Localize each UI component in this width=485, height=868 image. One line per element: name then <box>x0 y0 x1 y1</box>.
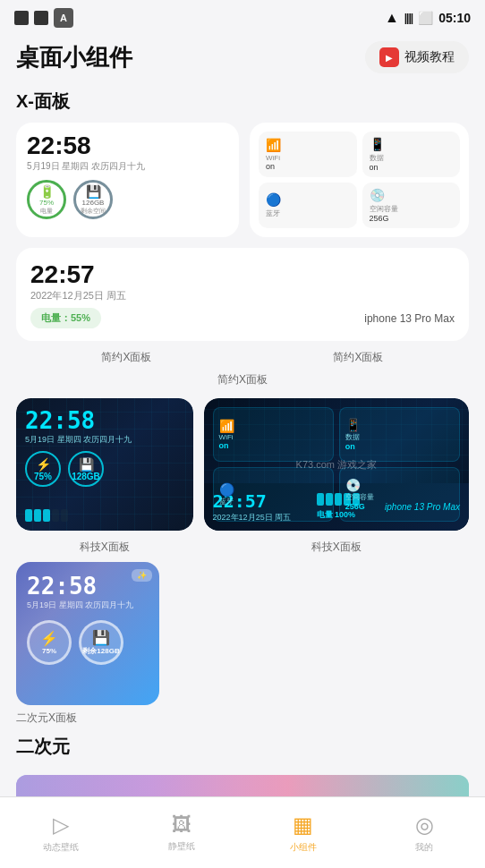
tech-device-label: iphone 13 Pro Max <box>385 502 460 512</box>
wifi-icon: 📶 <box>266 138 350 152</box>
tech-data-icon: 📱 <box>345 418 454 432</box>
tech-battery-icon: ⚡ <box>36 457 51 472</box>
bt-tile-label: 蓝牙 <box>266 208 350 218</box>
tech-bt-tile: 🔵 蓝牙 <box>213 467 334 522</box>
tech-battery-circle: ⚡ 75% <box>25 451 61 487</box>
tech-wifi-status: on <box>219 441 328 450</box>
simple-card-left[interactable]: 22:58 5月19日 星期四 农历四月十九 🔋 75% 电量 💾 126GB … <box>16 123 239 237</box>
storage-val: 126GB <box>82 199 105 207</box>
anime-storage-circle: 💾 剩余128GB <box>79 620 123 665</box>
tech-storage-val: 128GB <box>72 472 100 481</box>
anime-preview-gradient <box>16 775 469 796</box>
status-right: ▲ |||| ⬜ 05:10 <box>385 10 471 26</box>
storage-tile: 💿 空闲容量 256G <box>362 183 461 228</box>
app-icon: A <box>54 8 73 28</box>
dynamic-wallpaper-label: 动态壁纸 <box>43 841 79 854</box>
mid-card-time: 22:57 <box>30 260 126 289</box>
storage-icon-inner: 💾 <box>86 184 101 199</box>
anime-battery-icon: ⚡ <box>40 630 58 647</box>
simple-card-grid[interactable]: 📶 WiFi on 📱 数据 on 🔵 蓝牙 💿 空闲容量 256G <box>250 123 469 237</box>
tech-wifi-icon: 📶 <box>219 419 328 433</box>
header: 桌面小组件 ▶ 视频教程 <box>0 32 485 82</box>
simple-mid-card[interactable]: 22:57 2022年12月25日 周五 电量：55% iphone 13 Pr… <box>16 248 469 341</box>
data-icon: 📱 <box>370 137 454 151</box>
tech-wifi-tile: 📶 WiFi on <box>213 407 334 462</box>
tech-card-left[interactable]: 22:58 5月19日 星期四 农历四月十九 ⚡ 75% 💾 128GB <box>16 398 193 531</box>
battery-label: 电量 <box>40 207 53 216</box>
card-left-time: 22:58 <box>27 133 228 158</box>
bottom-nav: ▷ 动态壁纸 🖼 静壁纸 ▦ 小组件 ◎ 我的 <box>0 796 485 868</box>
status-left: A <box>14 8 73 28</box>
storage-tile-icon: 💿 <box>370 188 454 202</box>
tech-left-time: 22:58 <box>25 407 184 434</box>
video-tutorial-button[interactable]: ▶ 视频教程 <box>365 41 469 73</box>
tech-left-card-label: 科技X面板 <box>16 534 193 557</box>
tech-cards-row: 22:58 5月19日 星期四 农历四月十九 ⚡ 75% 💾 128GB <box>0 398 485 531</box>
tech-storage-tile: 💿 空间容量 256G <box>339 467 460 522</box>
simple-labels-row: 简约X面板 简约X面板 <box>0 345 485 367</box>
tech-data-label: 数据 <box>345 432 454 442</box>
anime-badge: ✨ <box>132 569 152 582</box>
nav-static-wallpaper[interactable]: 🖼 静壁纸 <box>122 806 243 860</box>
nav-mine[interactable]: ◎ 我的 <box>364 805 486 861</box>
tech-wifi-label: WiFi <box>219 433 328 441</box>
simple-mid-label-row: 简约X面板 <box>0 367 485 389</box>
anime-card-label: 二次元X面板 <box>0 705 485 728</box>
battery-icon-inner: 🔋 <box>39 184 55 199</box>
anime-card-row: ✨ 22:58 5月19日 星期四 农历四月十九 ⚡ 75% 💾 剩余128GB <box>0 557 485 705</box>
battery-pct: 75% <box>39 199 54 207</box>
data-tile-status: on <box>370 163 454 172</box>
tech-data-tile: 📱 数据 on <box>339 407 460 462</box>
static-wallpaper-label: 静壁纸 <box>168 840 195 853</box>
mid-card-date: 2022年12月25日 周五 <box>30 289 126 302</box>
anime-storage-icon: 💾 <box>92 629 110 646</box>
widget-label: 小组件 <box>290 841 317 854</box>
anime-card-time: 22:58 <box>27 573 149 600</box>
tech-storage-tile-label: 空间容量 <box>345 492 454 502</box>
play-icon: ▶ <box>379 47 399 67</box>
data-tile-label: 数据 <box>370 153 454 163</box>
page-title: 桌面小组件 <box>16 42 132 73</box>
storage-label: 剩余空间 <box>81 207 106 216</box>
tech-data-status: on <box>345 442 454 451</box>
anime-card-date: 5月19日 星期四 农历四月十九 <box>27 600 149 611</box>
tech-bt-icon: 🔵 <box>219 482 328 497</box>
storage-tile-val: 256G <box>370 214 454 223</box>
battery-icon: ⬜ <box>418 11 433 25</box>
tech-left-icons: ⚡ 75% 💾 128GB <box>25 451 184 487</box>
wifi-tile: 📶 WiFi on <box>259 132 357 177</box>
status-square-1 <box>14 11 29 25</box>
section-title-anime: 二次元 <box>0 728 485 768</box>
tech-card-right[interactable]: 📶 WiFi on 📱 数据 on 🔵 蓝牙 💿 <box>204 398 469 531</box>
simple-left-label: 简约X面板 <box>16 345 237 367</box>
simple-mid-container: 22:57 2022年12月25日 周五 电量：55% iphone 13 Pr… <box>0 248 485 341</box>
anime-x-card[interactable]: ✨ 22:58 5月19日 星期四 农历四月十九 ⚡ 75% 💾 剩余128GB <box>16 562 159 705</box>
status-square-2 <box>34 11 48 25</box>
tech-card-left-bg: 22:58 5月19日 星期四 农历四月十九 ⚡ 75% 💾 128GB <box>16 398 193 531</box>
wifi-tile-status: on <box>266 162 350 171</box>
tech-battery-val: 75% <box>34 472 52 481</box>
nav-widget[interactable]: ▦ 小组件 <box>242 805 364 861</box>
anime-icons-row: ⚡ 75% 💾 剩余128GB <box>27 620 149 665</box>
tech-bar-2 <box>34 509 41 522</box>
tech-bt-label: 蓝牙 <box>219 497 328 506</box>
simple-mid-label: 简约X面板 <box>16 367 469 389</box>
mine-label: 我的 <box>415 841 433 854</box>
tech-left-date: 5月19日 星期四 农历四月十九 <box>25 434 184 446</box>
anime-preview-image[interactable] <box>16 775 469 796</box>
mid-device-label: iphone 13 Pro Max <box>364 312 455 325</box>
mine-icon: ◎ <box>415 813 434 838</box>
nav-dynamic-wallpaper[interactable]: ▷ 动态壁纸 <box>0 805 122 861</box>
mid-battery-bar: 电量：55% <box>30 308 101 328</box>
static-wallpaper-icon: 🖼 <box>172 813 191 837</box>
tech-bar-3 <box>43 509 50 522</box>
tech-labels-row: 科技X面板 科技X面板 <box>0 534 485 557</box>
anime-battery-val: 75% <box>42 647 56 655</box>
battery-circle: 🔋 75% 电量 <box>27 180 66 219</box>
signal-icon: |||| <box>404 12 413 24</box>
main-scroll[interactable]: 桌面小组件 ▶ 视频教程 X-面板 22:58 5月19日 星期四 农历四月十九… <box>0 32 485 796</box>
widget-icon: ▦ <box>293 813 313 838</box>
status-time: 05:10 <box>438 11 471 25</box>
tech-bar-4 <box>52 509 59 522</box>
card-left-icons: 🔋 75% 电量 💾 126GB 剩余空间 <box>27 180 228 219</box>
